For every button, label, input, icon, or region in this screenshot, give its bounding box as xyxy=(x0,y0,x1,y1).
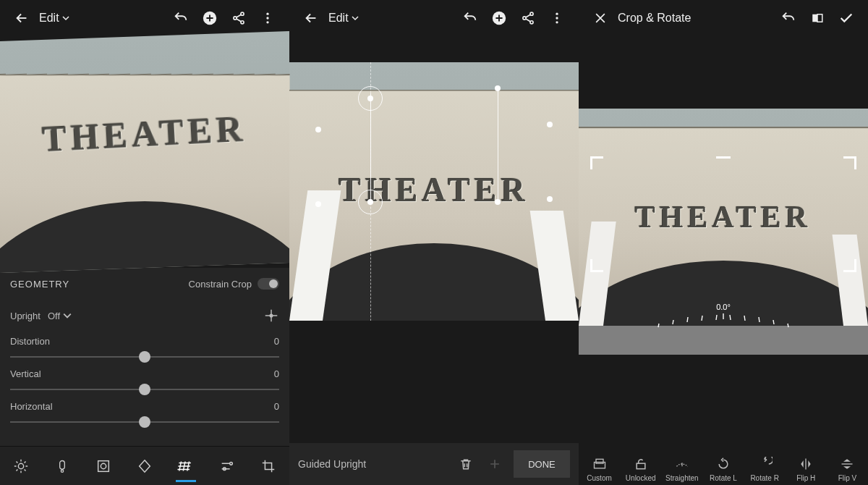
crop-title: Crop & Rotate xyxy=(618,12,691,25)
lock-button[interactable]: Unlocked xyxy=(621,454,661,482)
svg-point-12 xyxy=(101,463,106,468)
svg-point-10 xyxy=(61,470,63,472)
back-icon[interactable] xyxy=(7,4,36,33)
edit-title: Edit xyxy=(328,12,349,25)
svg-point-2 xyxy=(234,17,237,20)
svg-point-19 xyxy=(556,13,558,15)
distortion-slider[interactable]: Distortion0 xyxy=(10,336,279,364)
crop-icon[interactable] xyxy=(251,449,286,484)
effects-icon[interactable] xyxy=(86,449,121,484)
svg-point-3 xyxy=(241,21,244,24)
close-icon[interactable] xyxy=(586,4,615,33)
photo-preview: THEATER xyxy=(0,36,289,268)
add-icon[interactable] xyxy=(485,4,514,33)
svg-rect-25 xyxy=(596,459,603,463)
undo-icon[interactable] xyxy=(774,4,803,33)
rotate-left-button[interactable]: Rotate L xyxy=(703,454,744,482)
guided-upright-icon[interactable] xyxy=(263,308,279,324)
svg-point-8 xyxy=(18,463,23,468)
back-icon[interactable] xyxy=(297,4,326,33)
undo-icon[interactable] xyxy=(166,4,195,33)
presets-icon[interactable] xyxy=(210,449,244,484)
light-icon[interactable] xyxy=(4,449,38,484)
pane-geometry: Edit T xyxy=(0,0,289,485)
constrain-crop-toggle[interactable] xyxy=(258,278,279,290)
topbar: Edit xyxy=(0,0,289,36)
compare-icon[interactable] xyxy=(803,4,832,33)
crop-frame[interactable] xyxy=(590,156,856,272)
more-icon[interactable] xyxy=(253,4,282,33)
straighten-button[interactable]: Straighten xyxy=(662,454,702,482)
crop-tools-bar: Custom Unlocked Straighten Rotate L Rota… xyxy=(579,443,868,485)
guided-upright-bar: Guided Upright DONE xyxy=(289,443,579,485)
svg-point-6 xyxy=(266,21,268,23)
vertical-slider[interactable]: Vertical0 xyxy=(10,368,279,397)
undo-icon[interactable] xyxy=(456,4,485,33)
svg-point-20 xyxy=(556,17,558,19)
photo-preview[interactable]: THEATER xyxy=(289,36,579,321)
svg-point-4 xyxy=(266,13,268,15)
geometry-panel: GEOMETRY Constrain Crop Upright Off Dist… xyxy=(0,268,289,446)
pane-guided-upright: Edit THEATER xyxy=(289,0,579,485)
constrain-crop-label: Constrain Crop xyxy=(189,279,252,290)
topbar: Edit xyxy=(289,0,579,36)
add-guide-icon[interactable] xyxy=(480,450,509,478)
svg-rect-22 xyxy=(812,14,817,22)
share-icon[interactable] xyxy=(224,4,253,33)
rotate-right-button[interactable]: Rotate R xyxy=(744,454,785,482)
optics-icon[interactable] xyxy=(169,449,203,484)
flip-h-button[interactable]: Flip H xyxy=(786,454,826,482)
svg-point-5 xyxy=(266,17,268,19)
upright-selector[interactable]: Off xyxy=(48,311,72,321)
share-icon[interactable] xyxy=(514,4,542,33)
edit-title: Edit xyxy=(39,12,59,25)
edit-menu[interactable]: Edit xyxy=(328,12,359,25)
svg-point-7 xyxy=(270,314,273,317)
geometry-heading: GEOMETRY xyxy=(10,279,69,290)
guided-upright-label: Guided Upright xyxy=(298,458,366,470)
upright-label: Upright xyxy=(10,311,41,321)
confirm-icon[interactable] xyxy=(832,4,861,33)
rotation-dial[interactable]: 0.0° xyxy=(579,303,868,333)
crop-preview[interactable]: THEATER 0.0° xyxy=(579,109,868,355)
detail-icon[interactable] xyxy=(127,449,162,484)
svg-point-13 xyxy=(230,462,233,465)
svg-point-16 xyxy=(530,12,533,15)
color-icon[interactable] xyxy=(45,449,80,484)
add-icon[interactable] xyxy=(195,4,224,33)
dial-value: 0.0° xyxy=(579,303,868,311)
svg-point-18 xyxy=(530,21,533,24)
delete-guide-icon[interactable] xyxy=(451,450,480,478)
svg-rect-23 xyxy=(817,14,822,22)
done-button[interactable]: DONE xyxy=(514,450,570,478)
horizontal-slider[interactable]: Horizontal0 xyxy=(10,401,279,429)
svg-rect-26 xyxy=(637,463,645,469)
flip-v-button[interactable]: Flip V xyxy=(827,454,867,482)
svg-point-17 xyxy=(523,17,526,20)
aspect-custom-button[interactable]: Custom xyxy=(579,454,620,482)
svg-rect-11 xyxy=(98,460,109,471)
svg-point-1 xyxy=(241,12,244,15)
topbar: Crop & Rotate xyxy=(579,0,868,36)
pane-crop-rotate: Crop & Rotate THEATER 0.0° xyxy=(579,0,868,485)
caret-down-icon xyxy=(62,14,69,22)
edit-menu[interactable]: Edit xyxy=(39,12,69,25)
more-icon[interactable] xyxy=(542,4,571,33)
svg-rect-9 xyxy=(59,460,64,469)
edit-mode-bar xyxy=(0,446,289,485)
caret-down-icon xyxy=(352,14,359,22)
svg-point-21 xyxy=(556,21,558,23)
photo-text: THEATER xyxy=(289,171,579,209)
